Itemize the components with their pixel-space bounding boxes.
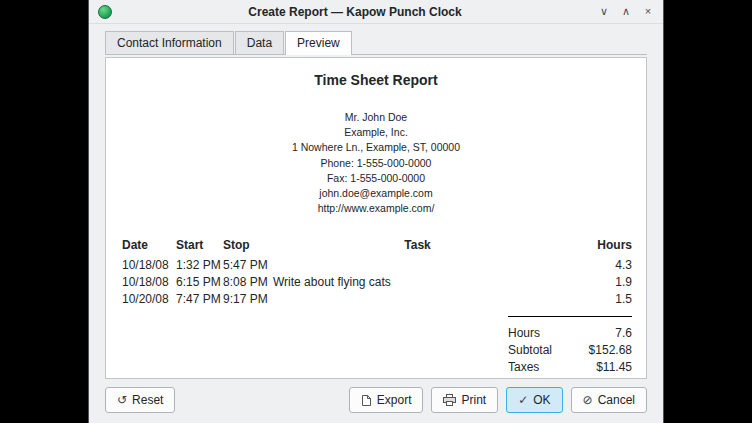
summary-value: $11.45	[596, 359, 632, 375]
summary-row-taxes: Taxes $11.45	[508, 359, 632, 375]
summary-row-hours: Hours 7.6	[508, 325, 632, 341]
cell-start: 6:15 PM	[176, 274, 223, 291]
cell-start: 7:47 PM	[176, 291, 223, 308]
cell-task	[273, 257, 562, 274]
tab-bar: Contact Information Data Preview	[105, 31, 647, 55]
chevron-down-icon: ∨	[600, 5, 608, 17]
summary-label: Hours	[508, 325, 540, 341]
print-button[interactable]: Print	[431, 387, 498, 413]
report-preview: Time Sheet Report Mr. John Doe Example, …	[105, 57, 647, 379]
app-icon	[98, 5, 112, 19]
ok-label: OK	[533, 393, 550, 407]
tab-data[interactable]: Data	[235, 31, 284, 54]
tab-contact-information[interactable]: Contact Information	[105, 31, 234, 54]
cancel-button[interactable]: ⊘ Cancel	[571, 387, 647, 413]
cell-task: Write about flying cats	[273, 274, 562, 291]
cell-date: 10/18/08	[122, 274, 176, 291]
contact-line: http://www.example.com/	[116, 201, 636, 216]
header-task: Task	[273, 237, 562, 254]
ok-button[interactable]: ✓ OK	[506, 387, 562, 413]
titlebar[interactable]: Create Report — Kapow Punch Clock ∨ ∧ ×	[89, 0, 663, 24]
summary-label: Taxes	[508, 359, 539, 375]
contact-block: Mr. John Doe Example, Inc. 1 Nowhere Ln.…	[116, 110, 636, 217]
summary-value: $164.13	[589, 376, 632, 379]
export-button[interactable]: Export	[349, 387, 424, 413]
export-label: Export	[377, 393, 412, 407]
tab-preview[interactable]: Preview	[285, 31, 352, 55]
cancel-label: Cancel	[598, 393, 635, 407]
close-icon: ×	[645, 5, 651, 17]
reset-button[interactable]: ↺ Reset	[105, 387, 175, 413]
summary-block: Hours 7.6 Subtotal $152.68 Taxes $11.45 …	[508, 316, 632, 379]
cell-hours: 4.3	[562, 257, 632, 274]
timesheet-table: Date Start Stop Task Hours 10/18/08 1:32…	[116, 237, 636, 308]
summary-row-subtotal: Subtotal $152.68	[508, 342, 632, 358]
printer-icon	[443, 394, 456, 406]
summary-divider	[508, 316, 632, 317]
table-row: 10/18/08 1:32 PM 5:47 PM 4.3	[116, 257, 636, 274]
maximize-button[interactable]: ∧	[620, 6, 632, 17]
document-export-icon	[361, 394, 372, 407]
table-row: 10/18/08 6:15 PM 8:08 PM Write about fly…	[116, 274, 636, 291]
summary-label: Total	[508, 376, 536, 379]
contact-line: Fax: 1-555-000-0000	[116, 171, 636, 186]
minimize-button[interactable]: ∨	[598, 6, 610, 17]
window-controls: ∨ ∧ ×	[598, 6, 654, 17]
create-report-dialog: Create Report — Kapow Punch Clock ∨ ∧ × …	[88, 0, 664, 423]
header-start: Start	[176, 237, 223, 254]
contact-line: Phone: 1-555-000-0000	[116, 156, 636, 171]
desktop-background: Create Report — Kapow Punch Clock ∨ ∧ × …	[0, 0, 752, 423]
cancel-icon: ⊘	[583, 394, 593, 406]
cell-task	[273, 291, 562, 308]
contact-line: Example, Inc.	[116, 125, 636, 140]
chevron-up-icon: ∧	[622, 5, 630, 17]
cell-hours: 1.9	[562, 274, 632, 291]
summary-row-total: Total $164.13	[508, 376, 632, 379]
cell-stop: 8:08 PM	[223, 274, 273, 291]
contact-line: john.doe@example.com	[116, 186, 636, 201]
window-title: Create Report — Kapow Punch Clock	[112, 5, 598, 19]
summary-label: Subtotal	[508, 342, 552, 358]
header-date: Date	[122, 237, 176, 254]
print-label: Print	[461, 393, 486, 407]
close-button[interactable]: ×	[642, 6, 654, 17]
report-title: Time Sheet Report	[116, 72, 636, 88]
cell-stop: 5:47 PM	[223, 257, 273, 274]
summary-value: $152.68	[589, 342, 632, 358]
cell-start: 1:32 PM	[176, 257, 223, 274]
reset-label: Reset	[132, 393, 163, 407]
table-row: 10/20/08 7:47 PM 9:17 PM 1.5	[116, 291, 636, 308]
header-stop: Stop	[223, 237, 273, 254]
check-icon: ✓	[518, 394, 528, 406]
dialog-button-row: ↺ Reset Export	[89, 385, 663, 423]
contact-line: Mr. John Doe	[116, 110, 636, 125]
tab-content: Time Sheet Report Mr. John Doe Example, …	[89, 55, 663, 385]
summary-value: 7.6	[615, 325, 632, 341]
contact-line: 1 Nowhere Ln., Example, ST, 00000	[116, 140, 636, 155]
cell-date: 10/20/08	[122, 291, 176, 308]
cell-hours: 1.5	[562, 291, 632, 308]
header-hours: Hours	[562, 237, 632, 254]
table-header-row: Date Start Stop Task Hours	[116, 237, 636, 254]
cell-stop: 9:17 PM	[223, 291, 273, 308]
cell-date: 10/18/08	[122, 257, 176, 274]
reset-icon: ↺	[117, 394, 127, 406]
